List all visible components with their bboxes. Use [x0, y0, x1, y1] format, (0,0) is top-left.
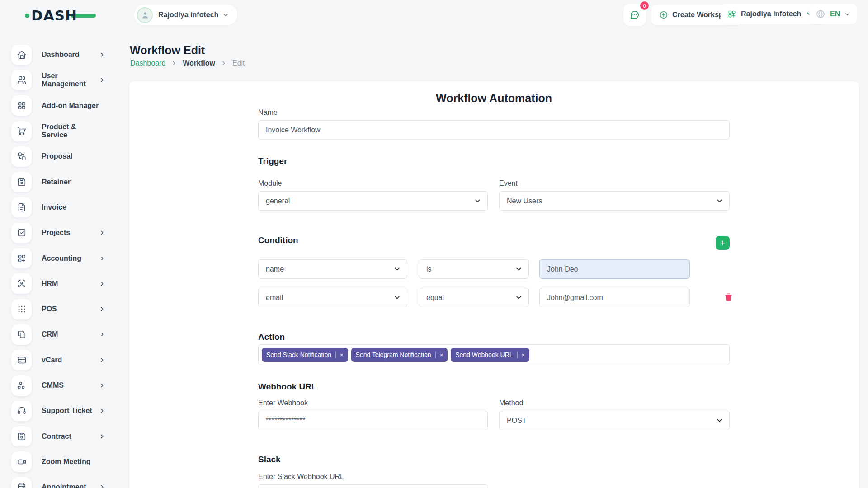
event-select[interactable]: New Users [499, 191, 730, 211]
sidebar-item-projects[interactable]: Projects [0, 220, 128, 245]
add-condition-button[interactable]: + [716, 236, 730, 250]
method-select-value: POST [507, 417, 527, 425]
sidebar-item-dashboard[interactable]: Dashboard [0, 42, 128, 67]
breadcrumb-workflow[interactable]: Workflow [183, 59, 215, 67]
sidebar-item-label: POS [42, 305, 99, 313]
sidebar-item-retainer[interactable]: Retainer [0, 169, 128, 194]
sidebar-item-label: User Management [42, 72, 99, 88]
sidebar-icon-zoom-meeting [17, 457, 27, 467]
chevron-right-icon [99, 255, 105, 262]
sidebar-icon-invoice [17, 202, 27, 212]
remove-tag-icon[interactable]: × [335, 352, 344, 358]
trash-icon[interactable] [724, 292, 733, 302]
sidebar-item-support-ticket[interactable]: Support Ticket [0, 398, 128, 423]
enter-webhook-label: Enter Webhook [258, 399, 488, 407]
plus-circle-icon [659, 10, 668, 19]
sidebar-item-label: vCard [42, 356, 99, 364]
webhook-input[interactable] [258, 411, 488, 430]
sidebar-item-hrm[interactable]: HRM [0, 271, 128, 296]
sidebar-icon-projects [17, 228, 27, 238]
chevron-right-icon [99, 433, 105, 440]
chevron-right-icon [221, 60, 227, 66]
condition-value-input[interactable] [539, 288, 690, 307]
chevron-right-icon [99, 77, 105, 83]
page-title: Workflow Edit [130, 44, 205, 57]
sidebar-item-label: CMMS [42, 381, 99, 389]
sidebar-icon-hrm [17, 279, 27, 289]
action-tag-label: Send Webhook URL [455, 351, 513, 358]
messages-button[interactable]: 0 [623, 4, 646, 26]
trigger-heading: Trigger [258, 156, 287, 166]
sidebar-item-contract[interactable]: Contract [0, 423, 128, 449]
sidebar-icon-vcard [17, 355, 27, 365]
chevron-down-icon [515, 265, 523, 273]
sidebar-item-label: Accounting [42, 254, 99, 263]
chevron-right-icon [99, 357, 105, 363]
module-select[interactable]: general [258, 191, 488, 211]
breadcrumb-dashboard[interactable]: Dashboard [130, 59, 165, 67]
condition-operator-select[interactable]: equal [419, 288, 529, 307]
condition-field-select[interactable]: email [258, 288, 407, 307]
chevron-down-icon [474, 197, 481, 205]
condition-field-select[interactable]: name [258, 259, 407, 279]
event-label: Event [499, 179, 730, 188]
name-input[interactable] [258, 120, 730, 140]
condition-value-input[interactable] [539, 259, 690, 279]
action-multiselect[interactable]: Send Slack Notification × Send Telegram … [258, 344, 730, 365]
sidebar-item-vcard[interactable]: vCard [0, 347, 128, 373]
sidebar-item-label: HRM [42, 280, 99, 288]
method-select[interactable]: POST [499, 411, 730, 430]
condition-operator-value: equal [426, 294, 444, 302]
sidebar-item-label: Add-on Manager [42, 102, 99, 110]
avatar [137, 7, 153, 23]
remove-tag-icon[interactable]: × [517, 352, 525, 358]
chevron-down-icon [844, 11, 851, 18]
sidebar-item-label: Invoice [42, 203, 99, 211]
sidebar-item-accounting[interactable]: Accounting [0, 245, 128, 271]
sidebar-item-user-management[interactable]: User Management [0, 67, 128, 93]
sidebar-item-add-on-manager[interactable]: Add-on Manager [0, 93, 128, 118]
condition-operator-select[interactable]: is [419, 259, 529, 279]
form-title: Workflow Automation [258, 92, 730, 105]
chevron-down-icon [716, 197, 723, 205]
event-select-value: New Users [507, 197, 542, 205]
sidebar-menu: Dashboard User Management Add-on Manager… [0, 42, 128, 488]
sidebar-icon-retainer [17, 177, 27, 187]
sidebar-icon-proposal [17, 151, 27, 161]
condition-row-1: email equal [258, 288, 749, 307]
slack-webhook-label: Enter Slack Webhook URL [258, 473, 344, 481]
chevron-right-icon [171, 60, 177, 66]
remove-tag-icon[interactable]: × [435, 352, 443, 358]
condition-field-value: email [266, 294, 283, 302]
workspace-switcher[interactable]: Rajodiya infotech [134, 5, 237, 25]
sidebar-item-label: Retainer [42, 178, 99, 186]
sidebar: DASH Dashboard User Management Add-on Ma… [0, 0, 128, 488]
slack-webhook-input[interactable] [258, 484, 488, 488]
sidebar-icon-contract [17, 432, 27, 441]
sidebar-icon-product-service [17, 126, 27, 136]
sidebar-item-pos[interactable]: POS [0, 296, 128, 322]
module-select-value: general [266, 197, 290, 205]
breadcrumb-edit: Edit [232, 59, 245, 67]
sidebar-icon-cmms [17, 380, 27, 390]
webhook-heading: Webhook URL [258, 382, 316, 392]
action-tag-0: Send Slack Notification × [262, 348, 348, 362]
workspace-switcher-label: Rajodiya infotech [158, 11, 218, 19]
chevron-right-icon [99, 408, 105, 414]
sidebar-icon-add-on-manager [17, 101, 27, 111]
sidebar-item-crm[interactable]: CRM [0, 322, 128, 347]
action-tag-label: Send Slack Notification [266, 351, 331, 358]
sidebar-item-product-service[interactable]: Product & Service [0, 118, 128, 144]
sidebar-item-zoom-meeting[interactable]: Zoom Meeting [0, 449, 128, 474]
sidebar-icon-pos [17, 304, 27, 314]
action-tag-label: Send Telegram Notification [356, 351, 431, 358]
chat-icon [629, 9, 640, 20]
sidebar-item-proposal[interactable]: Proposal [0, 144, 128, 169]
sidebar-icon-appointment [17, 482, 27, 488]
sidebar-item-appointment[interactable]: Appointment [0, 474, 128, 488]
sidebar-item-cmms[interactable]: CMMS [0, 373, 128, 398]
language-selector[interactable]: EN [809, 4, 857, 24]
sidebar-item-invoice[interactable]: Invoice [0, 195, 128, 220]
method-label: Method [499, 399, 730, 407]
app-logo[interactable]: DASH [25, 6, 96, 25]
